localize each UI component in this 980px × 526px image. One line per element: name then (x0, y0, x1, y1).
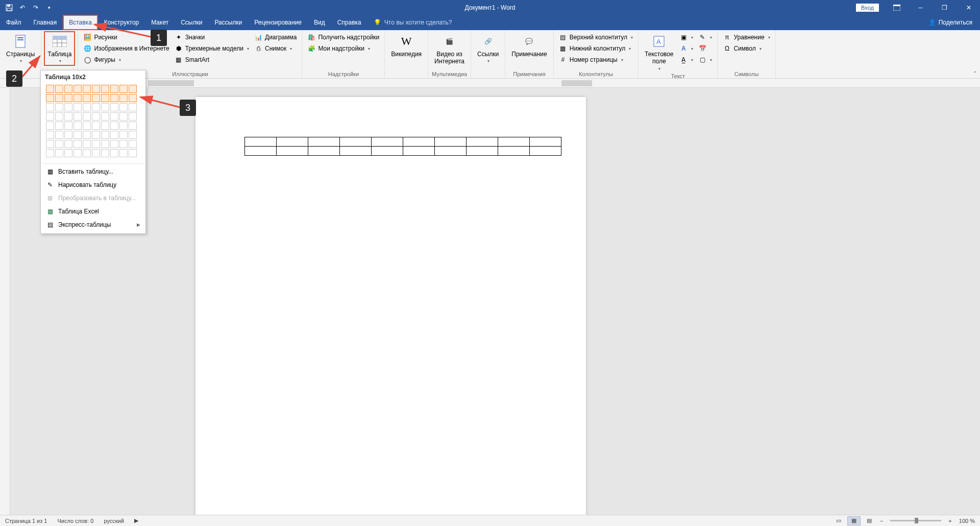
grid-cell[interactable] (101, 103, 109, 111)
zoom-slider[interactable] (890, 520, 941, 521)
document-page[interactable] (195, 97, 586, 515)
grid-cell[interactable] (64, 149, 72, 157)
grid-cell[interactable] (110, 85, 118, 93)
grid-cell[interactable] (55, 94, 63, 102)
table-cell[interactable] (530, 137, 561, 147)
chart-button[interactable]: 📊Диаграмма (252, 32, 299, 43)
grid-cell[interactable] (83, 149, 91, 157)
tab-layout[interactable]: Макет (145, 15, 175, 30)
grid-cell[interactable] (64, 103, 72, 111)
table-cell[interactable] (340, 147, 372, 156)
tab-home[interactable]: Главная (28, 15, 63, 30)
grid-cell[interactable] (119, 85, 128, 93)
language[interactable]: русский (99, 518, 129, 524)
grid-cell[interactable] (55, 149, 63, 157)
grid-cell[interactable] (129, 103, 137, 111)
tab-review[interactable]: Рецензирование (248, 15, 308, 30)
tab-mailings[interactable]: Рассылки (208, 15, 248, 30)
wordart-button[interactable]: A▾ (677, 43, 695, 54)
grid-cell[interactable] (64, 94, 72, 102)
tab-insert[interactable]: Вставка (63, 15, 98, 30)
grid-cell[interactable] (129, 85, 137, 93)
grid-cell[interactable] (83, 131, 91, 139)
dropcap-button[interactable]: A̲▾ (677, 54, 695, 65)
screenshot-button[interactable]: ⎙Снимок▾ (252, 43, 299, 54)
table-cell[interactable] (372, 137, 403, 147)
grid-cell[interactable] (92, 103, 100, 111)
web-layout-icon[interactable]: ▤ (863, 516, 876, 525)
online-video-button[interactable]: 🎬 Видео из Интернета (431, 32, 468, 67)
grid-cell[interactable] (92, 122, 100, 130)
tab-file[interactable]: Файл (0, 15, 28, 30)
table-cell[interactable] (245, 137, 277, 147)
table-cell[interactable] (245, 147, 277, 156)
equation-button[interactable]: πУравнение▾ (721, 32, 772, 43)
pages-button[interactable]: Страницы ▾ (3, 32, 38, 65)
grid-cell[interactable] (101, 131, 109, 139)
grid-cell[interactable] (46, 103, 54, 111)
grid-cell[interactable] (64, 112, 72, 121)
grid-cell[interactable] (119, 103, 128, 111)
grid-cell[interactable] (55, 103, 63, 111)
grid-cell[interactable] (101, 149, 109, 157)
tab-references[interactable]: Ссылки (175, 15, 208, 30)
grid-cell[interactable] (92, 140, 100, 148)
quick-tables-item[interactable]: ▤Экспресс-таблицы▶ (41, 218, 145, 231)
pagenumber-button[interactable]: #Номер страницы▾ (557, 54, 635, 65)
zoom-out-icon[interactable]: − (878, 518, 885, 524)
grid-cell[interactable] (46, 122, 54, 130)
table-cell[interactable] (308, 137, 340, 147)
signature-button[interactable]: ✎▾ (696, 32, 714, 43)
grid-cell[interactable] (46, 149, 54, 157)
grid-cell[interactable] (92, 131, 100, 139)
footer-button[interactable]: ▦Нижний колонтитул▾ (557, 43, 635, 54)
grid-cell[interactable] (92, 112, 100, 121)
excel-table-item[interactable]: ▦Таблица Excel (41, 205, 145, 218)
grid-cell[interactable] (83, 94, 91, 102)
grid-cell[interactable] (74, 122, 82, 130)
wikipedia-button[interactable]: W Википедия (388, 32, 425, 59)
grid-cell[interactable] (55, 122, 63, 130)
grid-cell[interactable] (101, 112, 109, 121)
table-cell[interactable] (403, 137, 435, 147)
grid-cell[interactable] (83, 140, 91, 148)
table-cell[interactable] (340, 137, 372, 147)
grid-cell[interactable] (74, 94, 82, 102)
table-cell[interactable] (308, 147, 340, 156)
textbox-button[interactable]: A Текстовое поле ▾ (642, 32, 676, 73)
share-button[interactable]: 👤 Поделиться (921, 15, 980, 30)
table-cell[interactable] (530, 147, 561, 156)
minimize-icon[interactable]: ─ (909, 0, 932, 15)
header-button[interactable]: ▤Верхний колонтитул▾ (557, 32, 635, 43)
tab-help[interactable]: Справка (331, 15, 368, 30)
grid-cell[interactable] (55, 85, 63, 93)
grid-cell[interactable] (83, 122, 91, 130)
grid-cell[interactable] (74, 103, 82, 111)
grid-cell[interactable] (74, 85, 82, 93)
smartart-button[interactable]: ▦SmartArt (173, 54, 251, 65)
grid-cell[interactable] (119, 149, 128, 157)
table-cell[interactable] (498, 137, 530, 147)
links-button[interactable]: 🔗 Ссылки ▾ (474, 32, 502, 65)
save-icon[interactable] (4, 3, 14, 13)
redo-icon[interactable]: ↷ (31, 3, 41, 13)
comment-button[interactable]: 💬 Примечание (508, 32, 550, 59)
icons-button[interactable]: ✦Значки (173, 32, 251, 43)
grid-cell[interactable] (55, 112, 63, 121)
grid-cell[interactable] (129, 140, 137, 148)
quickparts-button[interactable]: ▣▾ (677, 32, 695, 43)
table-cell[interactable] (372, 147, 403, 156)
insert-table-item[interactable]: ▦Вставить таблицу... (41, 165, 145, 178)
grid-cell[interactable] (110, 131, 118, 139)
grid-cell[interactable] (119, 122, 128, 130)
grid-cell[interactable] (83, 112, 91, 121)
table-cell[interactable] (277, 147, 308, 156)
grid-cell[interactable] (55, 140, 63, 148)
grid-cell[interactable] (46, 140, 54, 148)
table-cell[interactable] (498, 147, 530, 156)
page-count[interactable]: Страница 1 из 1 (0, 518, 52, 524)
grid-cell[interactable] (119, 131, 128, 139)
object-button[interactable]: ▢▾ (696, 54, 714, 65)
grid-cell[interactable] (101, 94, 109, 102)
ribbon-display-icon[interactable] (885, 0, 908, 15)
